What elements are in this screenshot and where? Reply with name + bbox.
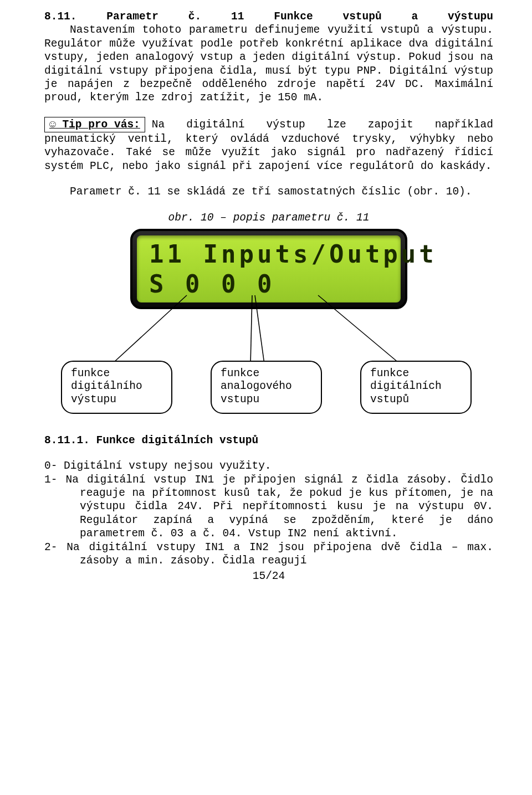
tip-paragraph: ☺ Tip pro vás:Na digitální výstup lze za…: [44, 117, 493, 173]
lcd-line-2: S 0 0 0: [149, 269, 275, 299]
tip-box: ☺ Tip pro vás:: [44, 117, 145, 132]
figure-10: 11 Inputs/Output S 0 0 0 funkce digitáln…: [45, 229, 492, 417]
subsection-heading: 8.11.1. Funkce digitálních vstupů: [44, 434, 493, 447]
list-item: 0- Digitální vstupy nejsou využity.: [44, 459, 493, 473]
callout-label-2: funkce analogového vstupu: [211, 361, 322, 414]
list-item: 1- Na digitální vstup IN1 je připojen si…: [44, 473, 493, 541]
section-heading: 8.11. Parametr č. 11 Funkce vstupů a výs…: [44, 10, 493, 23]
numbered-list: 0- Digitální vstupy nejsou využity. 1- N…: [44, 459, 493, 567]
lcd-display: 11 Inputs/Output S 0 0 0: [130, 229, 407, 309]
callout-label-3: funkce digitálních vstupů: [360, 361, 472, 414]
lcd-line-1: 11 Inputs/Output: [149, 239, 437, 269]
figure-caption: obr. 10 – popis parametru č. 11: [44, 211, 493, 224]
page-number: 15/24: [44, 570, 493, 583]
intro-paragraph: Nastavením tohoto parametru definujeme v…: [44, 23, 493, 104]
list-item: 2- Na digitální vstupy IN1 a IN2 jsou př…: [44, 541, 493, 568]
param-composition-line: Parametr č. 11 se skládá ze tří samostat…: [44, 185, 493, 198]
callout-label-1: funkce digitálního výstupu: [61, 361, 172, 414]
